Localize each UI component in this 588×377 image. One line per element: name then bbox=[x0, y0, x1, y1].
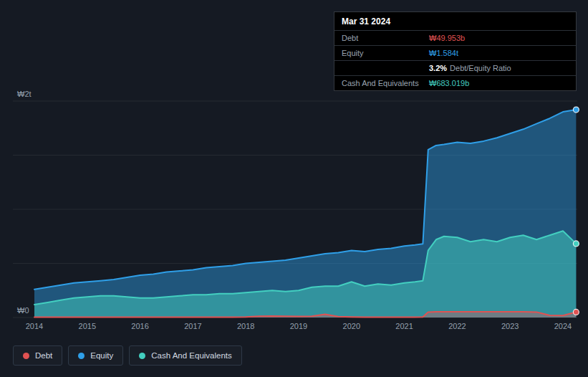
tooltip-cash-row: Cash And Equivalents ₩683.019b bbox=[334, 76, 576, 90]
x-axis-tick-label: 2022 bbox=[448, 322, 466, 330]
x-axis-tick-label: 2020 bbox=[343, 322, 360, 330]
tooltip-equity-row: Equity ₩1.584t bbox=[334, 46, 576, 61]
tooltip-equity-label: Equity bbox=[342, 49, 429, 57]
tooltip-debt-value: ₩49.953b bbox=[429, 34, 569, 42]
x-axis-tick-label: 2015 bbox=[79, 322, 96, 330]
tooltip-cash-label: Cash And Equivalents bbox=[342, 79, 429, 87]
legend-item-equity[interactable]: Equity bbox=[68, 345, 123, 366]
tooltip-date: Mar 31 2024 bbox=[334, 12, 576, 31]
legend-label-equity: Equity bbox=[90, 351, 113, 360]
y-axis-tick-label: ₩2t bbox=[17, 90, 32, 98]
x-axis-tick-label: 2017 bbox=[184, 322, 201, 330]
tooltip-ratio-text: Debt/Equity Ratio bbox=[450, 64, 511, 72]
tooltip-debt-label: Debt bbox=[342, 34, 429, 42]
equity-series-dot-icon bbox=[78, 353, 85, 359]
y-axis-tick-label: ₩0 bbox=[17, 306, 29, 315]
chart-tooltip: Mar 31 2024 Debt ₩49.953b Equity ₩1.584t… bbox=[334, 11, 577, 91]
x-axis-tick-label: 2024 bbox=[554, 322, 572, 330]
legend-label-debt: Debt bbox=[35, 351, 52, 360]
x-axis-tick-label: 2019 bbox=[290, 322, 307, 330]
tooltip-ratio-percent: 3.2% bbox=[429, 64, 447, 72]
x-axis-tick-label: 2018 bbox=[237, 322, 254, 330]
tooltip-debt-row: Debt ₩49.953b bbox=[334, 31, 576, 46]
equity-end-marker bbox=[573, 107, 579, 113]
cash-end-marker bbox=[573, 241, 579, 247]
tooltip-cash-value: ₩683.019b bbox=[429, 79, 569, 87]
tooltip-ratio-value: 3.2%Debt/Equity Ratio bbox=[429, 64, 569, 72]
legend-label-cash: Cash And Equivalents bbox=[151, 351, 232, 360]
debt-end-marker bbox=[573, 309, 579, 315]
tooltip-equity-value: ₩1.584t bbox=[429, 49, 569, 57]
x-axis-tick-label: 2014 bbox=[26, 322, 43, 330]
legend-item-debt[interactable]: Debt bbox=[13, 345, 62, 366]
legend-item-cash[interactable]: Cash And Equivalents bbox=[129, 345, 242, 366]
x-axis-tick-label: 2021 bbox=[395, 322, 413, 330]
cash-series-dot-icon bbox=[139, 353, 145, 359]
x-axis-tick-label: 2023 bbox=[501, 322, 519, 330]
chart-panel: ₩2t₩020142015201620172018201920202021202… bbox=[0, 0, 588, 377]
tooltip-ratio-row: 3.2%Debt/Equity Ratio bbox=[334, 61, 576, 76]
chart-legend: Debt Equity Cash And Equivalents bbox=[13, 345, 242, 366]
x-axis-tick-label: 2016 bbox=[131, 322, 148, 330]
debt-series-dot-icon bbox=[23, 353, 29, 359]
